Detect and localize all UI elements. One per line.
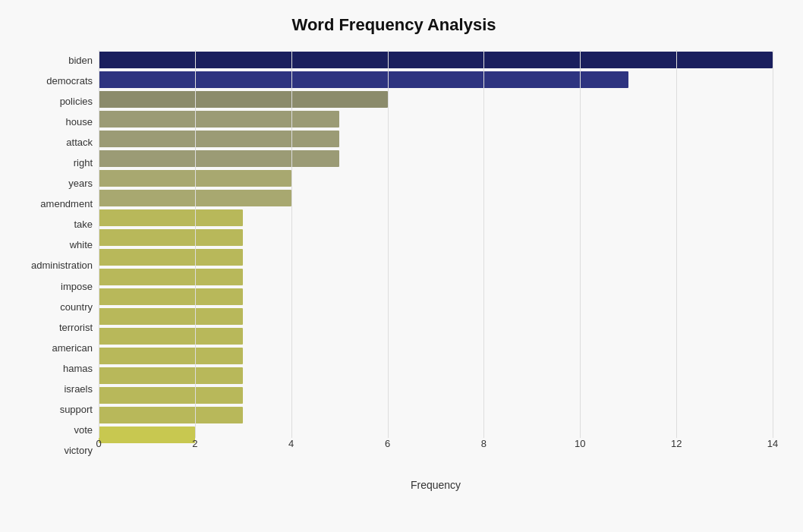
bar xyxy=(99,269,243,285)
x-tick-label: 12 xyxy=(671,438,682,449)
y-label: country xyxy=(60,297,93,317)
bar-row xyxy=(99,50,773,70)
bar xyxy=(99,209,243,226)
y-label: american xyxy=(52,338,93,358)
x-tick-label: 10 xyxy=(575,438,585,449)
grid-line xyxy=(773,50,773,438)
y-label: administration xyxy=(31,255,93,275)
y-label: democrats xyxy=(46,71,93,91)
bars-wrapper xyxy=(99,50,773,461)
y-label: take xyxy=(74,214,93,235)
bar-row xyxy=(99,307,773,326)
bar xyxy=(99,308,243,325)
y-label: years xyxy=(68,173,93,194)
bar xyxy=(99,170,291,187)
bar-row xyxy=(99,386,773,405)
x-axis-label: Frequency xyxy=(99,479,773,491)
bar xyxy=(99,407,243,423)
y-label: terrorist xyxy=(59,317,93,338)
bar-row xyxy=(99,366,773,386)
x-axis: Frequency 02468101214 xyxy=(99,438,773,461)
y-label: amendment xyxy=(40,194,93,214)
y-axis: bidendemocratspolicieshouseattackrightye… xyxy=(15,50,99,461)
y-label: attack xyxy=(66,132,93,153)
bar-row xyxy=(99,90,773,109)
bar xyxy=(99,288,243,305)
bar xyxy=(99,91,388,108)
y-label: house xyxy=(66,112,93,132)
bar xyxy=(99,71,628,88)
x-tick-label: 6 xyxy=(385,438,390,449)
bar-row xyxy=(99,247,773,267)
bar xyxy=(99,387,243,404)
chart-container: Word Frequency Analysis bidendemocratspo… xyxy=(0,0,803,532)
bar xyxy=(99,150,339,167)
chart-area: bidendemocratspolicieshouseattackrightye… xyxy=(15,50,773,461)
bar xyxy=(99,367,243,384)
bar-row xyxy=(99,188,773,208)
bar-row xyxy=(99,109,773,129)
x-tick-label: 8 xyxy=(481,438,487,449)
bar-row xyxy=(99,287,773,307)
bar-row xyxy=(99,70,773,90)
bar xyxy=(99,348,243,364)
x-tick-label: 14 xyxy=(767,438,778,449)
y-label: impose xyxy=(61,276,93,297)
bar xyxy=(99,190,291,206)
bars-and-grid: Frequency 02468101214 xyxy=(99,50,773,461)
y-label: hamas xyxy=(63,358,93,379)
bar xyxy=(99,111,339,127)
x-tick-label: 0 xyxy=(96,438,101,449)
chart-title: Word Frequency Analysis xyxy=(15,15,773,35)
bar xyxy=(99,52,773,68)
bar-row xyxy=(99,228,773,247)
y-label: vote xyxy=(74,420,93,440)
bar-row xyxy=(99,267,773,287)
bar-row xyxy=(99,149,773,168)
bar-row xyxy=(99,405,773,425)
y-label: victory xyxy=(64,440,93,461)
x-tick-label: 4 xyxy=(288,438,294,449)
bar-row xyxy=(99,168,773,188)
bar xyxy=(99,328,243,345)
y-label: biden xyxy=(68,50,93,71)
y-label: policies xyxy=(60,91,93,112)
bar xyxy=(99,229,243,246)
bar xyxy=(99,249,243,266)
bar-row xyxy=(99,326,773,346)
x-tick-label: 2 xyxy=(192,438,197,449)
y-label: israels xyxy=(64,379,93,399)
y-label: right xyxy=(74,153,93,173)
bar-row xyxy=(99,129,773,149)
bar-row xyxy=(99,346,773,366)
bar-row xyxy=(99,208,773,228)
y-label: white xyxy=(70,235,93,255)
y-label: support xyxy=(60,399,93,420)
bar xyxy=(99,131,339,147)
